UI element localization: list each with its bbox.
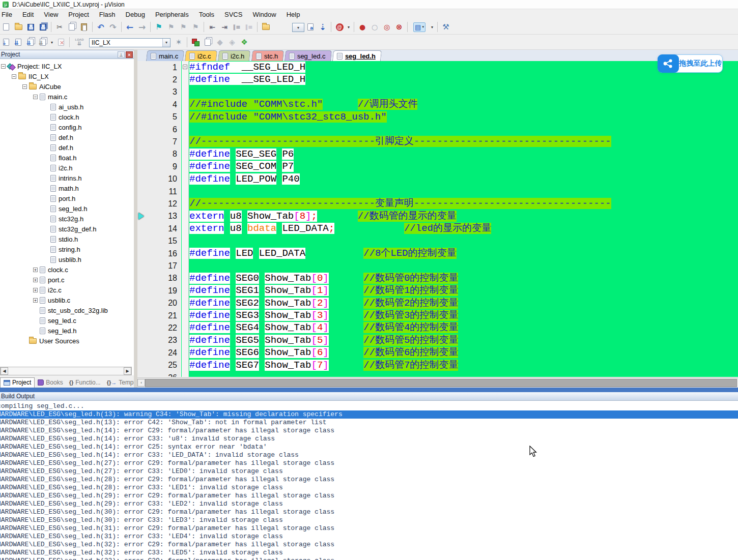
fold-collapse-icon[interactable]: −	[183, 65, 187, 69]
build-message[interactable]: HARDWARE\LED_ESG\seg_led.h(29): error C3…	[0, 500, 738, 508]
paste-icon[interactable]	[78, 21, 90, 33]
window-cascade-icon[interactable]	[202, 37, 214, 48]
build-message[interactable]: HARDWARE\LED_ESG\seg_led.h(30): error C2…	[0, 508, 738, 516]
copy-icon[interactable]	[66, 21, 78, 33]
outdent-icon[interactable]: ⇤	[206, 21, 218, 33]
nav-forward-icon[interactable]: →	[136, 21, 148, 33]
tree-item-main-c[interactable]: −main.c	[0, 92, 134, 102]
workspace-tab-functio[interactable]: {}Functio...	[66, 378, 104, 388]
tree-item-port-h[interactable]: port.h	[0, 193, 134, 203]
new-file-icon[interactable]	[0, 21, 12, 33]
build-message-selected[interactable]: HARDWARE\LED_ESG\seg_led.h(13): warning …	[0, 410, 738, 419]
doc-tab-main-c[interactable]: main.c	[146, 50, 185, 61]
breakpoint-toggle-icon[interactable]: ●	[356, 21, 368, 33]
build-message[interactable]: HARDWARE\LED_ESG\seg_led.h(32): error C2…	[0, 541, 738, 549]
menu-view[interactable]: View	[39, 10, 63, 20]
analysis-window-icon[interactable]: ◆	[214, 37, 226, 48]
batch-build-icon[interactable]: ⇊	[37, 37, 49, 48]
expand-icon[interactable]: +	[33, 268, 38, 272]
dock-splitter[interactable]	[0, 388, 738, 392]
code-editor[interactable]: 1#ifndef __SEG_LED_H−2#define __SEG_LED_…	[137, 61, 738, 377]
load-icon[interactable]: LOAD⇊	[72, 37, 87, 48]
menu-flash[interactable]: Flash	[94, 10, 121, 20]
flash-config-icon[interactable]: ✶	[173, 37, 185, 48]
build-message[interactable]: HARDWARE\LED_ESG\seg_led.h(28): error C2…	[0, 476, 738, 484]
tree-item-user-sources[interactable]: User Sources	[0, 336, 134, 346]
build-message[interactable]: HARDWARE\LED_ESG\seg_led.h(32): error C3…	[0, 549, 738, 557]
search-combo[interactable]: ▾	[292, 22, 304, 33]
at-search-icon[interactable]: @	[333, 21, 346, 33]
doc-tab-stc-h[interactable]: stc.h	[251, 50, 284, 61]
collapse-icon[interactable]: −	[12, 74, 16, 79]
breakpoint-kill-all-icon[interactable]: ⊗	[393, 21, 405, 33]
tree-item-i2c-c[interactable]: +i2c.c	[0, 285, 134, 295]
rebuild-icon[interactable]: ⇊	[24, 37, 37, 48]
bookmark-next-icon[interactable]: ⚑	[177, 21, 189, 33]
tree-item-intrins-h[interactable]: intrins.h	[0, 173, 134, 183]
build-message[interactable]: HARDWARE\LED_ESG\seg_led.h(14): error C3…	[0, 451, 738, 459]
tree-item-seg-led-c[interactable]: seg_led.c	[0, 315, 134, 326]
editor-hscrollbar[interactable]: ‹	[137, 377, 738, 388]
tree-item-stc32g-def-h[interactable]: stc32g_def.h	[0, 224, 134, 234]
tree-item-string-h[interactable]: string.h	[0, 244, 134, 254]
tree-item-usblib-c[interactable]: +usblib.c	[0, 295, 134, 305]
translate-icon[interactable]: ⇣	[0, 37, 12, 48]
tree-item-aicube[interactable]: −AiCube	[0, 81, 134, 92]
collapse-icon[interactable]: −	[33, 95, 38, 99]
build-message[interactable]: HARDWARE\LED_ESG\seg_led.h(27): error C3…	[0, 467, 738, 476]
menu-debug[interactable]: Debug	[121, 10, 150, 20]
start-debug-icon[interactable]	[189, 37, 202, 48]
doc-tab-i2c-h[interactable]: i2c.h	[218, 50, 251, 61]
tree-item-config-h[interactable]: config.h	[0, 122, 134, 132]
doc-tab-i2c-c[interactable]: i2c.c	[185, 50, 217, 61]
bookmark-toggle-icon[interactable]: ⚑	[153, 21, 165, 33]
open-containing-icon[interactable]	[260, 21, 272, 33]
save-all-icon[interactable]	[37, 21, 49, 33]
build-message[interactable]: HARDWARE\LED_ESG\seg_led.h(30): error C3…	[0, 516, 738, 524]
build-message[interactable]: HARDWARE\LED_ESG\seg_led.h(14): error C2…	[0, 443, 738, 451]
expand-icon[interactable]: +	[33, 278, 38, 282]
find-in-files-icon[interactable]: a	[304, 21, 317, 33]
menu-window[interactable]: Window	[247, 10, 281, 20]
build-message[interactable]: HARDWARE\LED_ESG\seg_led.h(13): error C4…	[0, 419, 738, 427]
pack-installer-icon[interactable]: ❖	[238, 37, 250, 48]
tree-item-i2c-h[interactable]: i2c.h	[0, 163, 134, 173]
bookmark-clear-icon[interactable]: ⚑	[189, 21, 202, 33]
tree-item-port-c[interactable]: +port.c	[0, 275, 134, 285]
incremental-find-icon[interactable]: ⇣	[317, 21, 329, 33]
tree-item-usblib-h[interactable]: usblib.h	[0, 254, 134, 264]
build-message[interactable]: HARDWARE\LED_ESG\seg_led.h(14): error C2…	[0, 427, 738, 435]
build-output-log[interactable]: compiling seg_led.c...HARDWARE\LED_ESG\s…	[0, 401, 738, 560]
tree-item-clock-c[interactable]: +clock.c	[0, 264, 134, 275]
tree-item-seg-led-h[interactable]: seg_led.h	[0, 203, 134, 214]
scroll-right-icon[interactable]: ▶	[124, 367, 131, 375]
save-icon[interactable]	[24, 21, 37, 33]
tree-item-iic-lx[interactable]: −IIC_LX	[0, 71, 134, 81]
build-message[interactable]: compiling seg_led.c...	[0, 402, 738, 410]
breakpoint-enable-icon[interactable]: ○	[368, 21, 381, 33]
cut-icon[interactable]: ✂	[53, 21, 66, 33]
doc-tab-seg_led-h[interactable]: seg_led.h	[332, 50, 382, 61]
menu-edit[interactable]: Edit	[17, 10, 39, 20]
dropdown-arrow-icon[interactable]: ▾	[429, 21, 435, 33]
collapse-icon[interactable]: −	[22, 84, 27, 89]
tree-item-clock-h[interactable]: clock.h	[0, 112, 134, 122]
scroll-left-icon[interactable]: ◀	[1, 367, 8, 375]
dropdown-arrow-icon[interactable]: ▾	[346, 21, 352, 33]
comment-icon[interactable]: ∥≡	[231, 21, 243, 33]
target-select[interactable]: IIC_LX▾	[87, 38, 173, 47]
tree-item-def-h[interactable]: def.h	[0, 132, 134, 142]
scrollbar-thumb[interactable]	[145, 379, 737, 387]
expand-icon[interactable]: +	[33, 298, 38, 303]
vertical-splitter[interactable]	[134, 50, 137, 388]
menu-peripherals[interactable]: Peripherals	[150, 10, 194, 20]
redo-icon[interactable]: ↷	[107, 21, 119, 33]
tree-item-ai-usb-h[interactable]: ai_usb.h	[0, 102, 134, 112]
scroll-left-icon[interactable]: ‹	[137, 379, 145, 387]
menu-svcs[interactable]: SVCS	[219, 10, 247, 20]
breakpoint-disable-icon[interactable]: ◎	[381, 21, 393, 33]
close-icon[interactable]: ×	[126, 51, 133, 58]
build-message[interactable]: HARDWARE\LED_ESG\seg_led.h(28): error C3…	[0, 484, 738, 492]
build-icon[interactable]: ⇊	[12, 37, 24, 48]
window-layout-icon[interactable]: ▤▾	[410, 21, 429, 33]
